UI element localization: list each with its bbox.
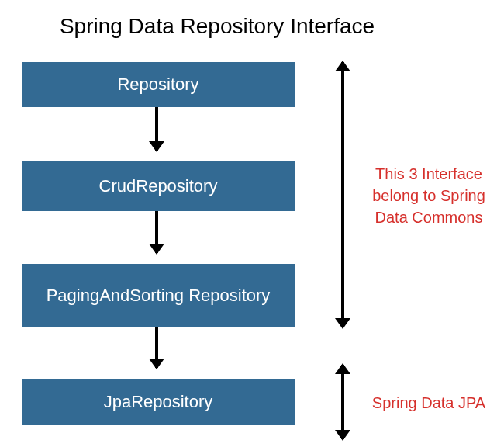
arrow-down-icon (155, 327, 158, 368)
diagram-title: Spring Data Repository Interface (54, 0, 380, 39)
bracket-arrow-icon (341, 62, 344, 327)
box-repository-label: Repository (117, 74, 198, 95)
diagram-container: Spring Data Repository Interface Reposit… (0, 0, 504, 447)
box-paging-label: PagingAndSorting Repository (47, 285, 271, 307)
arrow-down-icon (155, 211, 158, 253)
box-paging-repository: PagingAndSorting Repository (22, 264, 295, 327)
bracket-arrow-icon (341, 365, 344, 439)
box-repository: Repository (22, 62, 295, 107)
arrow-down-icon (155, 107, 158, 151)
annotation-jpa: Spring Data JPA (363, 392, 495, 414)
annotation-commons: This 3 Interface belong to Spring Data C… (363, 163, 495, 228)
box-jpa-repository: JpaRepository (22, 379, 295, 425)
box-crud-label: CrudRepository (99, 175, 218, 197)
box-crud-repository: CrudRepository (22, 161, 295, 211)
box-jpa-label: JpaRepository (104, 391, 213, 413)
